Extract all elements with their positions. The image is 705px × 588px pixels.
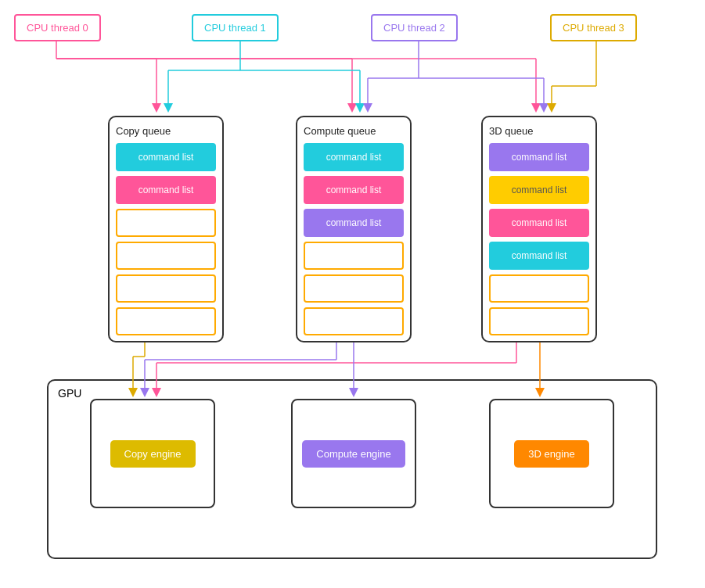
cmd-slot: command list — [304, 209, 404, 237]
compute-engine-label: Compute engine — [302, 440, 405, 468]
cmd-slot — [304, 307, 404, 335]
cpu-thread-3: CPU thread 3 — [550, 14, 637, 41]
3d-queue-label: 3D queue — [489, 125, 589, 137]
compute-queue-label: Compute queue — [304, 125, 404, 137]
copy-engine-box: Copy engine — [90, 399, 215, 508]
cmd-slot — [116, 209, 216, 237]
cmd-slot — [489, 307, 589, 335]
cmd-slot: command list — [116, 176, 216, 204]
cpu-thread-0: CPU thread 0 — [14, 14, 101, 41]
gpu-label: GPU — [58, 387, 81, 400]
cmd-slot — [116, 307, 216, 335]
cmd-slot: command list — [304, 176, 404, 204]
diagram: CPU thread 0 CPU thread 1 CPU thread 2 C… — [0, 0, 705, 588]
cmd-slot — [116, 242, 216, 270]
compute-engine-box: Compute engine — [291, 399, 416, 508]
3d-engine-box: 3D engine — [489, 399, 614, 508]
copy-queue: Copy queue command list command list — [108, 116, 224, 342]
3d-queue: 3D queue command list command list comma… — [481, 116, 597, 342]
cmd-slot — [116, 274, 216, 303]
cmd-slot: command list — [116, 143, 216, 171]
cmd-slot: command list — [489, 176, 589, 204]
cmd-slot: command list — [304, 143, 404, 171]
copy-engine-label: Copy engine — [110, 440, 196, 468]
cpu-thread-1: CPU thread 1 — [192, 14, 279, 41]
cpu-thread-2: CPU thread 2 — [371, 14, 458, 41]
compute-queue: Compute queue command list command list … — [296, 116, 412, 342]
3d-engine-label: 3D engine — [514, 440, 588, 468]
cmd-slot: command list — [489, 242, 589, 270]
cmd-slot — [489, 274, 589, 303]
cmd-slot — [304, 242, 404, 270]
cmd-slot: command list — [489, 209, 589, 237]
cmd-slot: command list — [489, 143, 589, 171]
cmd-slot — [304, 274, 404, 303]
copy-queue-label: Copy queue — [116, 125, 216, 137]
